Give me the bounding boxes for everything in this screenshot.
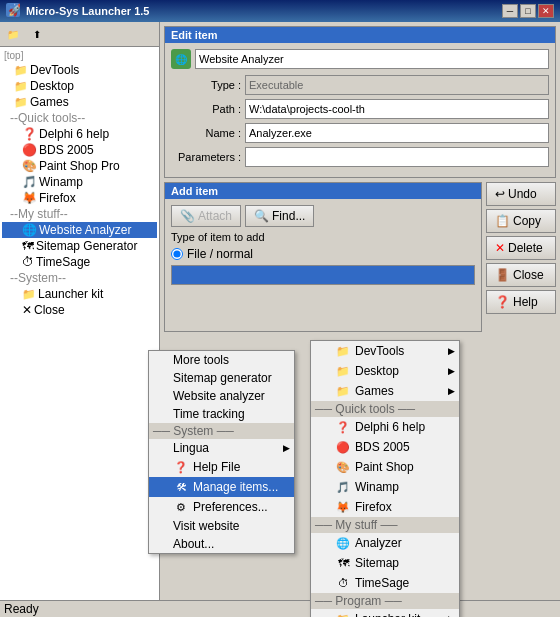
tree-item-close[interactable]: ✕ Close <box>2 302 157 318</box>
tree-view: [top] 📁 DevTools 📁 Desktop 📁 Games --Qui… <box>0 47 159 617</box>
menu-more-tools[interactable]: More tools <box>149 351 294 369</box>
flyout-program-sep: ── Program ── <box>311 593 459 609</box>
folder-icon: 📁 <box>14 96 28 109</box>
tree-item-launcherkit[interactable]: 📁 Launcher kit <box>2 286 157 302</box>
name-input[interactable] <box>245 123 549 143</box>
path-label: Path : <box>171 103 241 115</box>
copy-label: Copy <box>513 214 541 228</box>
timesage-icon: ⏱ <box>335 575 351 591</box>
folder-icon: 📁 <box>335 343 351 359</box>
tree-label: Games <box>30 95 69 109</box>
tree-item-paintshop[interactable]: 🎨 Paint Shop Pro <box>2 158 157 174</box>
item-app-icon: 🌐 <box>171 49 191 69</box>
type-radio-row: Type of item to add <box>171 231 475 243</box>
menu-preferences[interactable]: ⚙ Preferences... <box>149 497 294 517</box>
menu-about[interactable]: About... <box>149 535 294 553</box>
separator-label: --Quick tools-- <box>10 111 85 125</box>
maximize-button[interactable]: □ <box>520 4 536 18</box>
menu-website-analyzer[interactable]: Website analyzer <box>149 387 294 405</box>
flyout-devtools[interactable]: 📁 DevTools ▶ <box>311 341 459 361</box>
tree-item-bds[interactable]: 🔴 BDS 2005 <box>2 142 157 158</box>
help-icon: ❓ <box>173 459 189 475</box>
flyout-sitemap[interactable]: 🗺 Sitemap <box>311 553 459 573</box>
add-item-buttons: 📎 Attach 🔍 Find... <box>171 205 475 227</box>
flyout-quicktools-sep: ── Quick tools ── <box>311 401 459 417</box>
menu-time-tracking[interactable]: Time tracking <box>149 405 294 423</box>
close-r-label: Close <box>513 268 544 282</box>
minimize-button[interactable]: ─ <box>502 4 518 18</box>
tree-item-firefox[interactable]: 🦊 Firefox <box>2 190 157 206</box>
menu-label: Delphi 6 help <box>355 420 425 434</box>
menu-label: Manage items... <box>193 480 278 494</box>
menu-label: Games <box>355 384 394 398</box>
flyout-paintshop[interactable]: 🎨 Paint Shop <box>311 457 459 477</box>
item-name-input[interactable] <box>195 49 549 69</box>
close-right-button[interactable]: 🚪 Close <box>486 263 556 287</box>
params-input[interactable] <box>245 147 549 167</box>
add-section: Add item 📎 Attach 🔍 Find... <box>164 182 556 332</box>
menu-manage-items[interactable]: 🛠 Manage items... <box>149 477 294 497</box>
submenu-arrow-icon: ▶ <box>448 346 455 356</box>
tree-sep-mystuff: --My stuff-- <box>2 206 157 222</box>
folder-icon: 📁 <box>14 80 28 93</box>
attach-label: Attach <box>198 209 232 223</box>
flyout-firefox[interactable]: 🦊 Firefox <box>311 497 459 517</box>
flyout-games[interactable]: 📁 Games ▶ <box>311 381 459 401</box>
window-controls: ─ □ ✕ <box>502 4 554 18</box>
app-icon: 🔴 <box>22 143 37 157</box>
find-button[interactable]: 🔍 Find... <box>245 205 314 227</box>
prefs-icon: ⚙ <box>173 499 189 515</box>
right-flyout-menu: 📁 DevTools ▶ 📁 Desktop ▶ 📁 Games ▶ ── Qu… <box>310 340 460 617</box>
tree-item-games[interactable]: 📁 Games <box>2 94 157 110</box>
flyout-desktop[interactable]: 📁 Desktop ▶ <box>311 361 459 381</box>
tree-item-delphi[interactable]: ❓ Delphi 6 help <box>2 126 157 142</box>
tree-item-devtools[interactable]: 📁 DevTools <box>2 62 157 78</box>
tree-item-timesage[interactable]: ⏱ TimeSage <box>2 254 157 270</box>
find-label: Find... <box>272 209 305 223</box>
folder-icon: 📁 <box>335 363 351 379</box>
file-radio-row[interactable]: File / normal <box>171 247 475 261</box>
copy-button[interactable]: 📋 Copy <box>486 209 556 233</box>
tree-label: Launcher kit <box>38 287 103 301</box>
tree-item-winamp[interactable]: 🎵 Winamp <box>2 174 157 190</box>
flyout-analyzer[interactable]: 🌐 Analyzer <box>311 533 459 553</box>
find-icon: 🔍 <box>254 209 269 223</box>
attach-button[interactable]: 📎 Attach <box>171 205 241 227</box>
timesage-icon: ⏱ <box>22 255 34 269</box>
close-icon: ✕ <box>22 303 32 317</box>
status-bar: Ready <box>0 600 560 617</box>
flyout-bds[interactable]: 🔴 BDS 2005 <box>311 437 459 457</box>
close-button[interactable]: ✕ <box>538 4 554 18</box>
file-radio[interactable] <box>171 248 183 260</box>
tree-label: Sitemap Generator <box>36 239 137 253</box>
help-button[interactable]: ❓ Help <box>486 290 556 314</box>
delete-button[interactable]: ✕ Delete <box>486 236 556 260</box>
menu-lingua[interactable]: Lingua ▶ <box>149 439 294 457</box>
menu-sitemap-gen[interactable]: Sitemap generator <box>149 369 294 387</box>
toolbar-btn-2[interactable]: ⬆ <box>26 24 48 44</box>
undo-button[interactable]: ↩ Undo <box>486 182 556 206</box>
toolbar-btn-1[interactable]: 📁 <box>2 24 24 44</box>
path-input[interactable] <box>245 99 549 119</box>
winamp-icon: 🎵 <box>22 175 37 189</box>
menu-label: Firefox <box>355 500 392 514</box>
tree-label: TimeSage <box>36 255 90 269</box>
flyout-winamp[interactable]: 🎵 Winamp <box>311 477 459 497</box>
tree-item-website-analyzer[interactable]: 🌐 Website Analyzer <box>2 222 157 238</box>
file-radio-label: File / normal <box>187 247 253 261</box>
tree-label: DevTools <box>30 63 79 77</box>
help-icon: ❓ <box>22 127 37 141</box>
bds-icon: 🔴 <box>335 439 351 455</box>
item-header: 🌐 <box>171 49 549 69</box>
tree-item-desktop[interactable]: 📁 Desktop <box>2 78 157 94</box>
sitemap-icon: 🗺 <box>22 239 34 253</box>
folder-icon: 📁 <box>335 383 351 399</box>
tree-item-sitemap[interactable]: 🗺 Sitemap Generator <box>2 238 157 254</box>
copy-icon: 📋 <box>495 214 510 228</box>
flyout-delphi[interactable]: ❓ Delphi 6 help <box>311 417 459 437</box>
menu-help-file[interactable]: ❓ Help File <box>149 457 294 477</box>
flyout-launcherkit[interactable]: 📁 Launcher kit ▶ <box>311 609 459 617</box>
flyout-timesage[interactable]: ⏱ TimeSage <box>311 573 459 593</box>
menu-visit-website[interactable]: Visit website <box>149 517 294 535</box>
tree-item-top[interactable]: [top] <box>2 49 157 62</box>
